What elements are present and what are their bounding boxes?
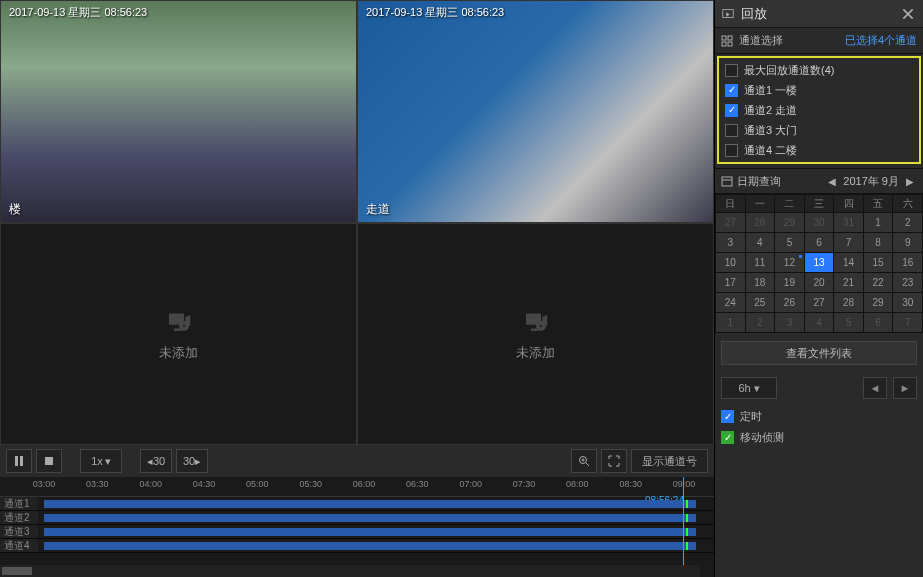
calendar-day[interactable]: 9: [893, 233, 923, 253]
checkbox[interactable]: [725, 124, 738, 137]
svg-rect-4: [45, 457, 53, 465]
calendar-day[interactable]: 4: [804, 313, 834, 333]
checkbox[interactable]: [725, 64, 738, 77]
calendar-day[interactable]: 16: [893, 253, 923, 273]
calendar-day[interactable]: 13: [804, 253, 834, 273]
timeline-row[interactable]: 通道4: [0, 539, 714, 553]
stop-button[interactable]: [36, 449, 62, 473]
timeline-row[interactable]: 通道2: [0, 511, 714, 525]
calendar-day[interactable]: 14: [834, 253, 864, 273]
fullscreen-button[interactable]: [601, 449, 627, 473]
calendar-day[interactable]: 8: [863, 233, 893, 253]
calendar-day[interactable]: 5: [775, 233, 805, 253]
checkbox[interactable]: [725, 84, 738, 97]
calendar-day[interactable]: 27: [716, 213, 746, 233]
video-cell-1[interactable]: 2017-09-13 星期三 08:56:23 楼: [0, 0, 357, 223]
prev-month-button[interactable]: ◀: [825, 174, 839, 188]
calendar-day[interactable]: 26: [775, 293, 805, 313]
time-tick: 05:00: [246, 479, 269, 489]
timeline-row-label: 通道4: [0, 539, 38, 552]
calendar-day[interactable]: 24: [716, 293, 746, 313]
calendar-day[interactable]: 20: [804, 273, 834, 293]
calendar-day[interactable]: 1: [863, 213, 893, 233]
timeline-row[interactable]: 通道1: [0, 497, 714, 511]
svg-rect-3: [20, 456, 23, 466]
timeline-prev-button[interactable]: ◄: [863, 377, 887, 399]
calendar-icon: [721, 175, 733, 187]
speed-select[interactable]: 1x▾: [80, 449, 122, 473]
channel-item[interactable]: 通道2 走道: [719, 100, 919, 120]
timeline-bar: [44, 542, 696, 550]
calendar-day[interactable]: 5: [834, 313, 864, 333]
calendar-day[interactable]: 10: [716, 253, 746, 273]
timeline-next-button[interactable]: ►: [893, 377, 917, 399]
calendar-day[interactable]: 6: [863, 313, 893, 333]
calendar-day[interactable]: 17: [716, 273, 746, 293]
calendar-day[interactable]: 25: [745, 293, 775, 313]
calendar-day[interactable]: 30: [804, 213, 834, 233]
calendar-day[interactable]: 19: [775, 273, 805, 293]
calendar-day[interactable]: 29: [775, 213, 805, 233]
scrollbar-thumb[interactable]: [2, 567, 32, 575]
calendar-day[interactable]: 30: [893, 293, 923, 313]
timestamp-overlay: 2017-09-13 星期三 08:56:23: [9, 5, 147, 20]
channel-item[interactable]: 通道4 二楼: [719, 140, 919, 160]
timeline-scrollbar[interactable]: [0, 565, 700, 577]
channel-item[interactable]: 通道1 一楼: [719, 80, 919, 100]
timeline-row[interactable]: 通道3: [0, 525, 714, 539]
camera-plus-icon: [164, 306, 194, 336]
calendar-day[interactable]: 3: [775, 313, 805, 333]
calendar-day[interactable]: 12: [775, 253, 805, 273]
calendar-day[interactable]: 29: [863, 293, 893, 313]
file-list-button[interactable]: 查看文件列表: [721, 341, 917, 365]
time-tick: 05:30: [299, 479, 322, 489]
checkbox[interactable]: [725, 104, 738, 117]
calendar-day[interactable]: 22: [863, 273, 893, 293]
zoom-in-button[interactable]: [571, 449, 597, 473]
calendar-day[interactable]: 2: [745, 313, 775, 333]
weekday-header: 一: [745, 195, 775, 213]
calendar-day[interactable]: 11: [745, 253, 775, 273]
time-tick: 07:00: [459, 479, 482, 489]
channel-item[interactable]: 通道3 大门: [719, 120, 919, 140]
calendar-day[interactable]: 21: [834, 273, 864, 293]
calendar-day[interactable]: 6: [804, 233, 834, 253]
calendar-day[interactable]: 28: [745, 213, 775, 233]
time-tick: 04:30: [193, 479, 216, 489]
legend-scheduled[interactable]: 定时: [721, 409, 917, 424]
zoom-select[interactable]: 6h▾: [721, 377, 777, 399]
timeline[interactable]: 03:0003:3004:0004:3005:0005:3006:0006:30…: [0, 477, 714, 577]
calendar-day[interactable]: 15: [863, 253, 893, 273]
time-ruler[interactable]: 03:0003:3004:0004:3005:0005:3006:0006:30…: [0, 477, 714, 497]
calendar-day[interactable]: 7: [893, 313, 923, 333]
calendar-day[interactable]: 23: [893, 273, 923, 293]
calendar-day[interactable]: 4: [745, 233, 775, 253]
next-month-button[interactable]: ▶: [903, 174, 917, 188]
fwd-30-button[interactable]: 30▸: [176, 449, 208, 473]
calendar-day[interactable]: 27: [804, 293, 834, 313]
legend-motion[interactable]: 移动侦测: [721, 430, 917, 445]
checkbox[interactable]: [725, 144, 738, 157]
calendar-day[interactable]: 31: [834, 213, 864, 233]
timeline-row-label: 通道3: [0, 525, 38, 538]
calendar-day[interactable]: 2: [893, 213, 923, 233]
channel-item[interactable]: 最大回放通道数(4): [719, 60, 919, 80]
timeline-cursor[interactable]: [683, 477, 684, 577]
calendar-day[interactable]: 7: [834, 233, 864, 253]
pause-button[interactable]: [6, 449, 32, 473]
show-channel-button[interactable]: 显示通道号: [631, 449, 708, 473]
video-cell-2[interactable]: 2017-09-13 星期三 08:56:23 走道: [357, 0, 714, 223]
playback-panel: 回放 通道选择 已选择4个通道 最大回放通道数(4)通道1 一楼通道2 走道通道…: [714, 0, 923, 577]
calendar-day[interactable]: 18: [745, 273, 775, 293]
time-tick: 03:00: [33, 479, 56, 489]
video-cell-4[interactable]: 未添加: [357, 223, 714, 446]
back-30-button[interactable]: ◂30: [140, 449, 172, 473]
empty-label: 未添加: [516, 344, 555, 362]
close-button[interactable]: [899, 5, 917, 23]
timeline-row-label: 通道1: [0, 497, 38, 510]
video-cell-3[interactable]: 未添加: [0, 223, 357, 446]
calendar-day[interactable]: 1: [716, 313, 746, 333]
weekday-header: 五: [863, 195, 893, 213]
calendar-day[interactable]: 28: [834, 293, 864, 313]
calendar-day[interactable]: 3: [716, 233, 746, 253]
